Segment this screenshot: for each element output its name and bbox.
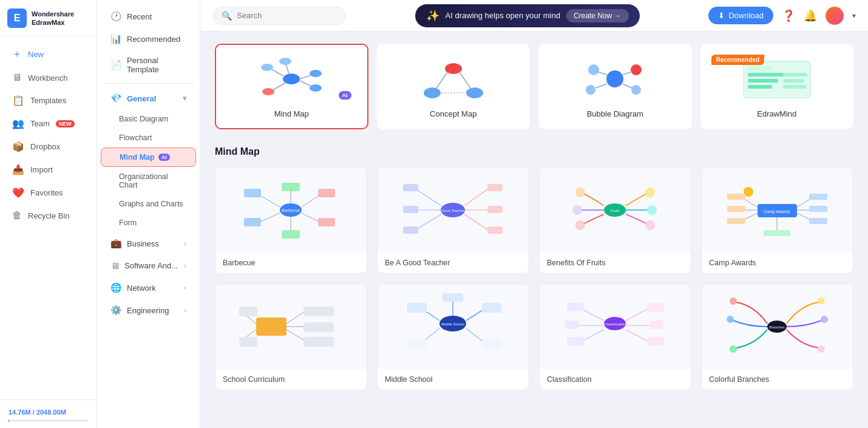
mind-map-ai-badge: AI [158,154,170,161]
diagram-type-bubble-diagram[interactable]: Bubble Diagram [538,44,692,129]
svg-point-71 [647,205,657,215]
sec-nav-engineering[interactable]: ⚙️ Engineering › [101,299,196,321]
sec-nav-network[interactable]: 🌐 Network › [101,277,196,299]
svg-line-14 [459,72,472,90]
svg-rect-88 [727,218,745,224]
recycle-icon: 🗑 [12,210,22,221]
template-7[interactable]: Classification [539,284,691,390]
template-5[interactable]: School Curriculum [215,284,367,390]
svg-rect-82 [809,218,827,224]
svg-point-6 [310,70,322,77]
sec-nav-general[interactable]: 💎 General ▾ [101,87,196,109]
mind-map-label: Mind Map [226,109,358,118]
sidebar-item-dropbox[interactable]: 📦 Dropbox [4,135,93,158]
app-name: WondershareEdrawMax [32,10,74,27]
svg-rect-46 [282,183,300,191]
template-good-teacher[interactable]: Good Teacher [377,167,529,274]
svg-text:Barbecue: Barbecue [282,208,300,212]
business-chevron: › [184,239,186,248]
svg-line-1 [270,69,283,76]
search-box[interactable]: 🔍 [212,7,346,25]
svg-rect-113 [407,339,427,349]
network-chevron: › [184,284,186,292]
sub-nav-basic-diagram[interactable]: Basic Diagram [101,110,196,128]
download-button[interactable]: ⬇ Download [708,7,773,24]
business-icon: 💼 [110,238,122,249]
sidebar-item-import[interactable]: 📥 Import [4,158,93,181]
svg-point-10 [262,88,274,95]
sec-nav-business[interactable]: 💼 Business › [101,233,196,254]
sidebar-item-templates[interactable]: 📋 Templates [4,89,93,112]
template-grid-row1: Barbecue [215,167,853,274]
template-6-preview: Middle School [378,284,529,369]
search-icon: 🔍 [222,11,232,21]
svg-point-20 [586,85,595,95]
sub-nav-org-chart[interactable]: Organizational Chart [101,168,196,194]
sub-nav-mind-map[interactable]: Mind Map AI [101,148,196,167]
team-icon: 👥 [12,118,24,129]
sidebar-item-new[interactable]: ＋ New [4,42,93,66]
sidebar-item-import-label: Import [30,165,53,174]
sec-nav-recent[interactable]: 🕐 Recent [101,5,196,27]
template-barbecue-preview: Barbecue [215,168,367,253]
download-label: Download [728,11,764,20]
template-camp-awards-label: Camp Awards [702,253,853,273]
ai-banner-create-btn[interactable]: Create Now → [566,9,629,22]
template-fruits[interactable]: Fruits [539,167,691,274]
diagram-type-concept-map[interactable]: Concept Map [377,44,531,129]
svg-rect-53 [403,184,418,191]
sidebar-item-team[interactable]: 👥 Team NEW [4,112,93,135]
template-camp-awards[interactable]: Camp Awards [701,167,853,274]
svg-line-12 [435,72,447,90]
template-fruits-label: Benefits Of Fruits [540,253,691,273]
template-8-label: Colorful Branches [702,369,853,390]
svg-rect-44 [318,218,335,226]
svg-point-17 [606,70,623,87]
template-barbecue[interactable]: Barbecue [215,167,367,274]
template-8[interactable]: Branches [701,284,853,390]
svg-point-138 [821,316,828,323]
svg-rect-30 [748,85,772,89]
topbar: 🔍 ✨ AI drawing helps open your mind Crea… [200,0,868,32]
svg-line-23 [623,72,632,75]
svg-rect-29 [748,79,778,83]
bubble-diagram-label: Bubble Diagram [549,109,681,118]
svg-rect-40 [244,218,261,226]
search-input[interactable] [237,11,337,20]
network-icon: 🌐 [110,282,122,293]
recommended-icon: 📊 [110,33,122,44]
storage-info: 14.76M / 2048.00M [0,399,97,428]
sidebar-item-recycle[interactable]: 🗑 Recycle Bin [4,205,93,226]
sub-nav-flowchart[interactable]: Flowchart [101,129,196,147]
help-icon[interactable]: ❓ [782,9,795,22]
sub-nav-graphs[interactable]: Graphs and Charts [101,195,196,213]
sidebar-item-workbench[interactable]: 🖥 Workbench [4,67,93,89]
svg-rect-90 [764,230,790,236]
sec-nav-personal[interactable]: 📄 Personal Template [101,50,196,80]
template-camp-awards-preview: Camp Awards [702,168,853,253]
template-6[interactable]: Middle School Mi [377,284,529,390]
diagram-type-mind-map[interactable]: AI Mind Map [215,44,368,129]
user-avatar[interactable] [826,7,844,25]
template-7-preview: Classification [540,284,691,369]
sec-nav-network-label: Network [127,284,156,293]
software-chevron: › [184,262,186,270]
sec-nav-recommended[interactable]: 📊 Recommended [101,28,196,50]
sidebar-item-favorites[interactable]: ❤️ Favorites [4,182,93,204]
storage-text: 14.76M / 2048.00M [8,409,66,416]
concept-map-label: Concept Map [388,109,520,118]
sub-nav-form[interactable]: Form [101,214,196,232]
svg-line-7 [300,81,313,87]
svg-text:Branches: Branches [769,325,784,329]
svg-point-134 [730,297,737,305]
topbar-right: ⬇ Download ❓ 🔔 ▾ [708,7,856,25]
notification-icon[interactable]: 🔔 [804,9,817,22]
edrawmind-label: EdrawMind [711,109,843,118]
sec-nav-software[interactable]: 🖥 Software And... › [101,255,196,276]
import-icon: 📥 [12,164,24,175]
avatar-chevron[interactable]: ▾ [852,12,856,20]
svg-rect-84 [727,194,745,200]
diagram-type-edrawmind[interactable]: Recommended EdrawMind [700,44,854,129]
favorites-icon: ❤️ [12,187,24,199]
recommended-badge: Recommended [711,55,765,65]
